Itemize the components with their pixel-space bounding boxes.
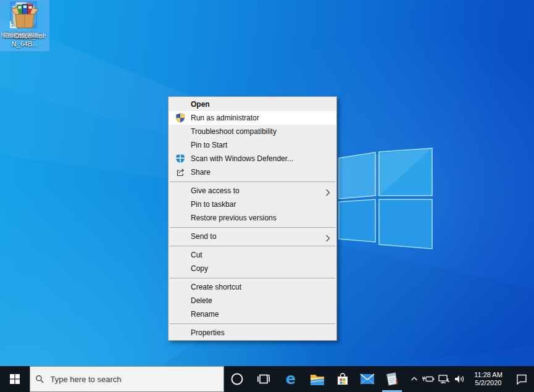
menu-item-run-as-administrator[interactable]: Run as administrator [169, 111, 336, 125]
cortana-icon [230, 372, 244, 386]
menu-item-share[interactable]: Share [169, 165, 336, 179]
mail-icon [359, 371, 375, 387]
task-view-button[interactable] [250, 366, 277, 392]
start-button[interactable] [0, 366, 30, 392]
context-menu: Open Run as administrator Troubleshoot c… [168, 96, 337, 341]
action-center-icon [515, 373, 528, 385]
menu-item-properties[interactable]: Properties [169, 326, 336, 340]
menu-item-delete[interactable]: Delete [169, 294, 336, 307]
menu-item-restore-previous-versions[interactable]: Restore previous versions [169, 211, 336, 225]
archive-box-icon [10, 1, 40, 30]
search-input[interactable] [49, 374, 219, 385]
taskbar: e [0, 366, 534, 392]
menu-item-open[interactable]: Open [169, 98, 336, 111]
cortana-button[interactable] [224, 366, 250, 392]
windows-start-icon [9, 373, 20, 385]
edge-icon: e [283, 371, 299, 387]
uac-shield-icon [175, 113, 185, 123]
volume-icon [453, 373, 465, 385]
tray-clock[interactable]: 11:28 AM 5/2/2020 [467, 366, 509, 392]
menu-item-cut[interactable]: Cut [169, 248, 336, 262]
taskbar-mail-button[interactable] [355, 366, 380, 392]
windows-defender-icon [175, 154, 185, 164]
file-explorer-icon [309, 371, 325, 387]
task-view-icon [256, 372, 271, 386]
menu-item-create-shortcut[interactable]: Create shortcut [169, 280, 336, 294]
icon-label-line2: N_64B... [1, 40, 49, 48]
menu-item-troubleshoot-compatibility[interactable]: Troubleshoot compatibility [169, 125, 336, 138]
screen: ♻ Recycle Bin This PC Office [0, 0, 534, 392]
search-icon [35, 374, 44, 384]
taskbar-search[interactable] [30, 366, 224, 392]
menu-item-give-access-to[interactable]: Give access to [169, 184, 336, 198]
svg-text:e: e [286, 371, 296, 387]
tray-network-button[interactable] [436, 366, 451, 392]
menu-separator [170, 323, 335, 324]
clock-date: 5/2/2020 [467, 379, 509, 387]
taskbar-store-button[interactable] [330, 366, 355, 392]
menu-item-rename[interactable]: Rename [169, 307, 336, 321]
submenu-chevron-icon [324, 233, 332, 240]
menu-item-pin-to-start[interactable]: Pin to Start [169, 138, 336, 152]
menu-separator [170, 278, 335, 278]
taskbar-running-app-button[interactable] [380, 366, 404, 392]
notepad-app-icon [384, 371, 400, 387]
chevron-up-icon [410, 375, 419, 383]
submenu-chevron-icon [324, 187, 332, 194]
battery-plug-icon [422, 374, 435, 384]
menu-item-copy[interactable]: Copy [169, 262, 336, 275]
menu-separator [170, 246, 335, 246]
menu-item-pin-to-taskbar[interactable]: Pin to taskbar [169, 198, 336, 211]
menu-item-send-to[interactable]: Send to [169, 230, 336, 243]
system-tray: 11:28 AM 5/2/2020 [407, 366, 534, 392]
share-icon [175, 167, 185, 177]
desktop-icon-office-archive-selected[interactable]: Office_ N_64B... [0, 0, 49, 51]
microsoft-store-icon [335, 372, 350, 386]
icon-label-line1: Office_ [1, 32, 49, 40]
menu-separator [170, 181, 335, 182]
menu-item-scan-with-windows-defender[interactable]: Scan with Windows Defender... [169, 152, 336, 165]
network-status-icon [438, 373, 450, 385]
menu-separator [170, 227, 335, 228]
clock-time: 11:28 AM [467, 371, 509, 379]
tray-volume-button[interactable] [451, 366, 467, 392]
taskbar-file-explorer-button[interactable] [304, 366, 330, 392]
taskbar-edge-button[interactable]: e [277, 366, 304, 392]
tray-power-button[interactable] [421, 366, 436, 392]
action-center-button[interactable] [509, 366, 534, 392]
tray-show-hidden-icons-button[interactable] [407, 366, 421, 392]
